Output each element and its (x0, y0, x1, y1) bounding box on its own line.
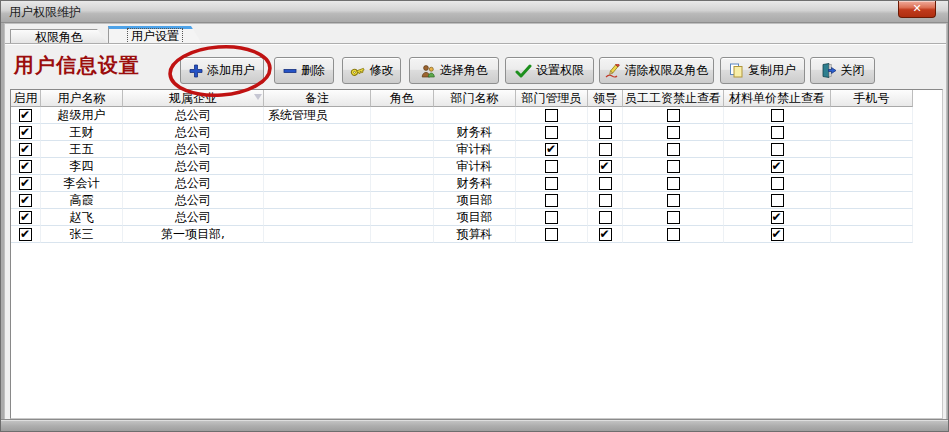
cell-phone[interactable] (831, 209, 913, 226)
checkbox-dept_mgr[interactable] (545, 126, 558, 139)
checkbox-material_hidden[interactable] (771, 194, 784, 207)
cell-company[interactable]: 总公司 (123, 107, 264, 124)
checkbox-salary_hidden[interactable] (667, 211, 680, 224)
checkbox-material_hidden[interactable] (771, 143, 784, 156)
checkbox-salary_hidden[interactable] (667, 194, 680, 207)
cell-role[interactable] (371, 107, 434, 124)
checkbox-dept_mgr[interactable] (545, 143, 558, 156)
column-header-company[interactable]: 规属企业 (123, 90, 264, 107)
checkbox-leader[interactable] (599, 177, 612, 190)
checkbox-material_hidden[interactable] (771, 109, 784, 122)
checkbox-leader[interactable] (599, 143, 612, 156)
cell-company[interactable]: 总公司 (123, 209, 264, 226)
checkbox-salary_hidden[interactable] (667, 228, 680, 241)
add-user-button[interactable]: 添加用户 (180, 57, 264, 84)
cell-dept[interactable] (434, 107, 516, 124)
cell-note[interactable] (264, 124, 371, 141)
cell-company[interactable]: 第一项目部, (123, 226, 264, 243)
cell-role[interactable] (371, 209, 434, 226)
checkbox-material_hidden[interactable] (771, 160, 784, 173)
close-button[interactable]: ✕ (898, 1, 936, 18)
cell-name[interactable]: 赵飞 (41, 209, 123, 226)
cell-company[interactable]: 总公司 (123, 124, 264, 141)
cell-company[interactable]: 总公司 (123, 192, 264, 209)
checkbox-enabled[interactable] (19, 126, 32, 139)
cell-name[interactable]: 王财 (41, 124, 123, 141)
cell-dept[interactable]: 审计科 (434, 141, 516, 158)
cell-note[interactable]: 系统管理员 (264, 107, 371, 124)
cell-note[interactable] (264, 226, 371, 243)
cell-phone[interactable] (831, 226, 913, 243)
tab-user-settings[interactable]: 用户设置 (108, 26, 202, 44)
cell-name[interactable]: 张三 (41, 226, 123, 243)
cell-phone[interactable] (831, 175, 913, 192)
cell-note[interactable] (264, 175, 371, 192)
checkbox-leader[interactable] (599, 109, 612, 122)
tab-permission-roles[interactable]: 权限角色 (10, 29, 108, 44)
checkbox-leader[interactable] (599, 211, 612, 224)
checkbox-dept_mgr[interactable] (545, 194, 558, 207)
cell-dept[interactable]: 审计科 (434, 158, 516, 175)
cell-note[interactable] (264, 141, 371, 158)
close-window-button[interactable]: 关闭 (810, 57, 875, 84)
cell-note[interactable] (264, 192, 371, 209)
delete-button[interactable]: 删除 (274, 57, 334, 84)
checkbox-leader[interactable] (599, 194, 612, 207)
cell-phone[interactable] (831, 107, 913, 124)
column-header-leader[interactable]: 领导 (588, 90, 623, 107)
cell-note[interactable] (264, 158, 371, 175)
cell-role[interactable] (371, 124, 434, 141)
checkbox-enabled[interactable] (19, 228, 32, 241)
cell-company[interactable]: 总公司 (123, 141, 264, 158)
column-header-enabled[interactable]: 启用 (11, 90, 41, 107)
checkbox-leader[interactable] (599, 126, 612, 139)
checkbox-enabled[interactable] (19, 160, 32, 173)
cell-dept[interactable]: 预算科 (434, 226, 516, 243)
cell-name[interactable]: 高霞 (41, 192, 123, 209)
modify-button[interactable]: 修改 (342, 57, 401, 84)
select-role-button[interactable]: 选择角色 (409, 57, 499, 84)
checkbox-salary_hidden[interactable] (667, 160, 680, 173)
cell-note[interactable] (264, 209, 371, 226)
checkbox-salary_hidden[interactable] (667, 109, 680, 122)
checkbox-dept_mgr[interactable] (545, 177, 558, 190)
cell-role[interactable] (371, 141, 434, 158)
column-header-material_hidden[interactable]: 材料单价禁止查看 (724, 90, 831, 107)
checkbox-material_hidden[interactable] (771, 177, 784, 190)
checkbox-material_hidden[interactable] (771, 228, 784, 241)
column-header-phone[interactable]: 手机号 (831, 90, 913, 107)
checkbox-dept_mgr[interactable] (545, 109, 558, 122)
column-header-dept[interactable]: 部门名称 (434, 90, 516, 107)
checkbox-leader[interactable] (599, 228, 612, 241)
column-header-name[interactable]: 用户名称 (41, 90, 123, 107)
cell-role[interactable] (371, 175, 434, 192)
cell-role[interactable] (371, 226, 434, 243)
column-header-role[interactable]: 角色 (371, 90, 434, 107)
cell-phone[interactable] (831, 192, 913, 209)
cell-phone[interactable] (831, 141, 913, 158)
cell-dept[interactable]: 财务科 (434, 124, 516, 141)
checkbox-material_hidden[interactable] (771, 126, 784, 139)
copy-user-button[interactable]: 复制用户 (720, 57, 805, 84)
checkbox-material_hidden[interactable] (771, 211, 784, 224)
cell-company[interactable]: 总公司 (123, 175, 264, 192)
checkbox-enabled[interactable] (19, 177, 32, 190)
column-header-dept_mgr[interactable]: 部门管理员 (516, 90, 588, 107)
checkbox-salary_hidden[interactable] (667, 126, 680, 139)
cell-dept[interactable]: 财务科 (434, 175, 516, 192)
cell-dept[interactable]: 项目部 (434, 192, 516, 209)
column-header-note[interactable]: 备注 (264, 90, 371, 107)
checkbox-dept_mgr[interactable] (545, 211, 558, 224)
checkbox-enabled[interactable] (19, 194, 32, 207)
checkbox-enabled[interactable] (19, 109, 32, 122)
checkbox-dept_mgr[interactable] (545, 160, 558, 173)
cell-name[interactable]: 王五 (41, 141, 123, 158)
cell-phone[interactable] (831, 124, 913, 141)
cell-name[interactable]: 超级用户 (41, 107, 123, 124)
clear-permission-role-button[interactable]: 清除权限及角色 (599, 57, 714, 84)
set-permission-button[interactable]: 设置权限 (505, 57, 594, 84)
cell-role[interactable] (371, 158, 434, 175)
checkbox-dept_mgr[interactable] (545, 228, 558, 241)
checkbox-salary_hidden[interactable] (667, 143, 680, 156)
cell-phone[interactable] (831, 158, 913, 175)
